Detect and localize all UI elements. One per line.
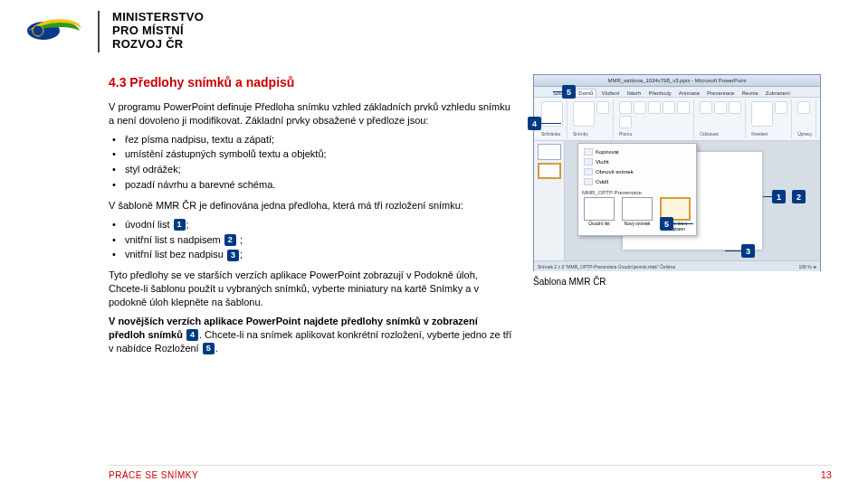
ministry-line: PRO MÍSTNÍ (112, 24, 204, 38)
menu-icon (584, 148, 593, 156)
ribbon-tab[interactable]: Návrh (624, 90, 644, 97)
callout-3: 3 (741, 244, 755, 258)
suffix: ; (186, 219, 189, 230)
ministry-line: MINISTERSTVO (112, 11, 204, 24)
ribbon-group: Snímky (569, 99, 614, 138)
ribbon-group: Kreslení (748, 99, 792, 138)
shapes-icon[interactable] (751, 101, 773, 127)
layout-flyout-menu: Kopírovat Vložit Obnovit snímek Oddíl MM… (577, 143, 697, 236)
layout-label: úvodní list (125, 219, 170, 230)
ribbon-tab[interactable]: Vložení (598, 90, 622, 97)
ribbon-tab[interactable]: Přechody (645, 90, 673, 97)
font-icon[interactable] (619, 116, 632, 128)
template-intro: V šabloně MMR ČR je definována jedna pře… (109, 199, 515, 212)
bullet-item: pozadí návrhu a barevné schéma. (112, 178, 515, 192)
bullet-item: styl odrážek; (112, 163, 515, 176)
para-icon[interactable] (700, 101, 712, 114)
flyout-item[interactable]: Kopírovat (582, 147, 692, 156)
ribbon-tab[interactable]: Animace (676, 90, 702, 97)
content-row: 4.3 Předlohy snímků a nadpisů V programu… (0, 52, 868, 360)
ribbon-tabs: Soubor Domů Vložení Návrh Přechody Anima… (534, 87, 820, 98)
footer-section-label: PRÁCE SE SNÍMKY (109, 470, 198, 480)
slide-thumbnail-selected[interactable] (538, 163, 561, 179)
slide-thumbnail[interactable] (538, 144, 561, 160)
ribbon-group: Odstavec (696, 99, 746, 138)
ribbon-group: Písmo (615, 99, 694, 138)
layout-bullets: úvodní list 1; vnitřní list s nadpisem 2… (112, 218, 515, 262)
svg-point-1 (33, 25, 43, 36)
style-icon[interactable] (775, 101, 787, 114)
ministry-line: ROZVOJ ČR (112, 38, 204, 52)
callout-5-mid: 5 (660, 217, 673, 231)
bullet-item: umístění zástupných symbolů textu a obje… (112, 147, 515, 161)
figure-column: 4 5 5 3 1 2 MMR_sablona_1024x768_v3.pptx… (533, 74, 832, 360)
flyout-section-header: MMR_OPTP Prezentace (582, 190, 692, 195)
status-left: Snímek 2 z 2 "MMR_OPTP-Prezentace Úvodní… (538, 264, 675, 269)
bullet-item: úvodní list 1; (112, 218, 515, 231)
flyout-item[interactable]: Oddíl (582, 177, 692, 186)
bullet-item: vnitřní list s nadpisem 2 ; (112, 233, 515, 247)
mmr-logo-icon (25, 11, 85, 45)
para-new-c: . (215, 343, 218, 354)
ribbon-group: Úpravy (794, 99, 816, 138)
ribbon-group-label: Kreslení (751, 131, 787, 137)
thumbnail-pane (534, 141, 565, 260)
badge-5-inline: 5 (203, 343, 215, 354)
menu-icon (584, 158, 593, 165)
ribbon-group-label: Schránka (541, 131, 563, 137)
font-icon[interactable] (619, 101, 632, 114)
layout-icon[interactable] (596, 101, 609, 114)
section-title: 4.3 Předlohy snímků a nadpisů (109, 74, 515, 91)
ribbon-group-label: Snímky (573, 131, 609, 137)
ribbon-group: Schránka (538, 99, 568, 138)
ribbon-tab[interactable]: Revize (739, 90, 760, 97)
ministry-name: MINISTERSTVO PRO MÍSTNÍ ROZVOJ ČR (112, 11, 204, 52)
para-icon[interactable] (714, 101, 727, 114)
ribbon-group-label: Odstavec (700, 131, 741, 137)
new-slide-icon[interactable] (573, 101, 595, 127)
window-titlebar: MMR_sablona_1024x768_v3.pptx - Microsoft… (534, 75, 820, 87)
ribbon-group-label: Úpravy (797, 131, 812, 137)
ribbon-group-label: Písmo (619, 131, 690, 137)
suffix: ; (240, 234, 243, 245)
suffix: ; (240, 249, 243, 260)
ribbon-tab[interactable]: Zobrazení (763, 90, 793, 97)
ribbon-tab-active[interactable]: Domů (575, 89, 596, 97)
find-icon[interactable] (797, 101, 810, 114)
font-icon[interactable] (634, 101, 646, 114)
layout-thumb[interactable]: Nový snímek (620, 197, 654, 231)
paragraph-old-versions: Tyto předlohy se ve starších verzích apl… (109, 269, 515, 309)
header-divider (98, 11, 100, 52)
flyout-item[interactable]: Obnovit snímek (582, 167, 692, 176)
font-icon[interactable] (648, 101, 661, 114)
layout-thumb[interactable]: Úvodní list (582, 197, 616, 231)
menu-icon (584, 178, 593, 185)
ribbon-tab[interactable]: Prezentace (704, 90, 737, 97)
badge-4-inline: 4 (186, 329, 198, 341)
callout-4: 4 (528, 117, 541, 130)
intro-paragraph: V programu PowerPoint definuje Předloha … (109, 100, 515, 127)
font-icon[interactable] (677, 101, 690, 114)
flyout-item[interactable]: Vložit (582, 157, 692, 166)
callout-2: 2 (792, 190, 806, 203)
bullet-item: řez písma nadpisu, textu a zápatí; (112, 133, 515, 146)
callout-1: 1 (772, 190, 786, 203)
figure-caption: Šablona MMR ČR (533, 277, 821, 287)
text-column: 4.3 Předlohy snímků a nadpisů V programu… (109, 74, 515, 360)
page-number: 13 (821, 469, 832, 480)
preloha-bullets: řez písma nadpisu, textu a zápatí; umíst… (112, 133, 515, 192)
flyout-layout-thumbs: Úvodní list Nový snímek Vnitřní list s n… (582, 197, 692, 231)
page-footer: PRÁCE SE SNÍMKY 13 (109, 465, 832, 480)
figure-wrap: 4 5 5 3 1 2 MMR_sablona_1024x768_v3.pptx… (533, 74, 821, 291)
layout-label: vnitřní list bez nadpisu (125, 249, 224, 260)
ribbon-body: Schránka Snímky (534, 98, 820, 141)
callout-5-top: 5 (562, 85, 576, 99)
font-icon[interactable] (663, 101, 675, 114)
status-right: 108 % ⊕ (798, 264, 816, 269)
para-icon[interactable] (729, 101, 741, 114)
badge-1: 1 (174, 219, 186, 231)
badge-2: 2 (224, 234, 236, 246)
bullet-item: vnitřní list bez nadpisu 3; (112, 248, 515, 261)
badge-3: 3 (227, 250, 239, 261)
page-header: MINISTERSTVO PRO MÍSTNÍ ROZVOJ ČR (0, 0, 868, 52)
